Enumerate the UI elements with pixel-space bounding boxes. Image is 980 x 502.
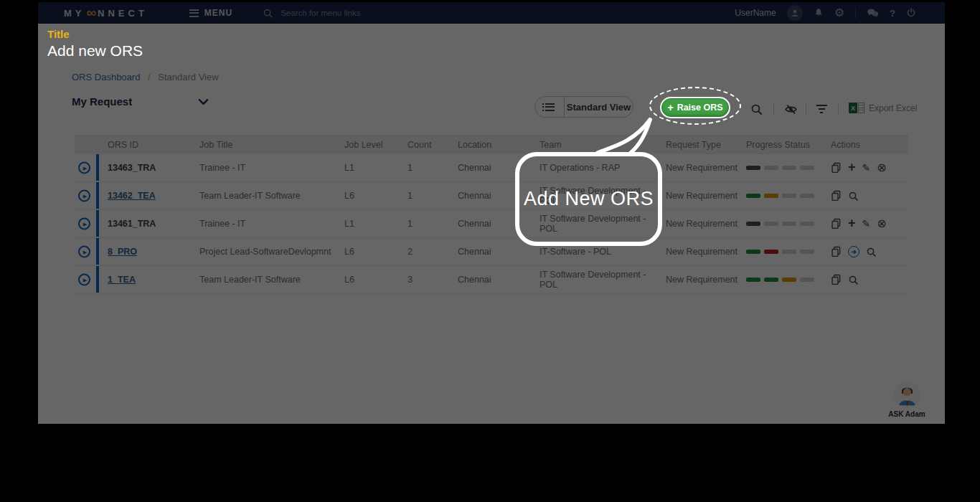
callout-tail	[583, 114, 669, 157]
tutorial-title-label: Title	[47, 28, 143, 40]
tutorial-title-block: Title Add new ORS	[47, 28, 143, 60]
tutorial-highlight-ellipse	[649, 87, 741, 125]
tutorial-dim-overlay	[38, 2, 945, 424]
tutorial-callout-text: Add New ORS	[524, 188, 654, 210]
tutorial-callout-bubble: Add New ORS	[515, 152, 662, 246]
screen-background: MY ∞ NNECT MENU UserName	[0, 0, 980, 502]
tutorial-title-value: Add new ORS	[47, 42, 143, 60]
app-window: MY ∞ NNECT MENU UserName	[38, 2, 945, 424]
